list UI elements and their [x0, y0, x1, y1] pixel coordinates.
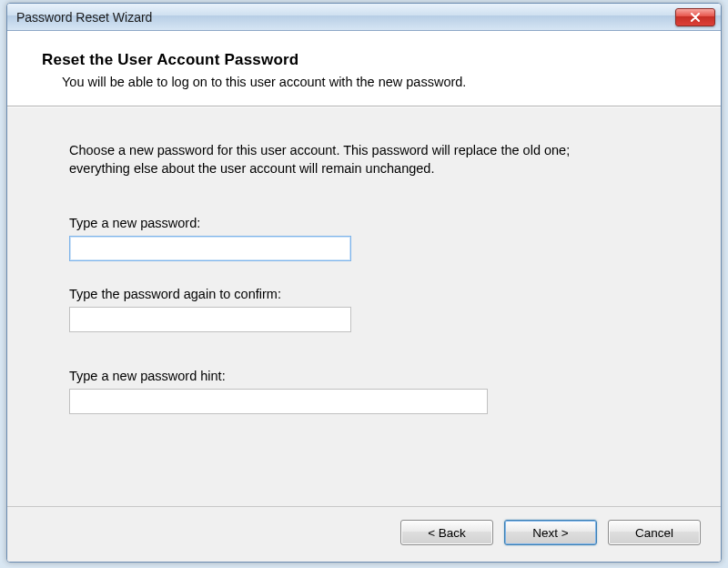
header-panel: Reset the User Account Password You will…	[7, 31, 721, 106]
footer-panel: < Back Next > Cancel	[7, 506, 721, 562]
instruction-text: Choose a new password for this user acco…	[69, 142, 579, 178]
hint-label: Type a new password hint:	[69, 369, 666, 383]
confirm-password-group: Type the password again to confirm:	[69, 287, 666, 332]
close-icon	[690, 9, 701, 25]
page-heading: Reset the User Account Password	[42, 51, 693, 69]
wizard-window: Password Reset Wizard Reset the User Acc…	[6, 3, 722, 563]
window-title: Password Reset Wizard	[16, 10, 152, 25]
next-button[interactable]: Next >	[504, 520, 597, 545]
titlebar: Password Reset Wizard	[7, 4, 721, 31]
confirm-password-input[interactable]	[69, 307, 351, 332]
hint-input[interactable]	[69, 389, 488, 414]
hint-group: Type a new password hint:	[69, 369, 666, 414]
confirm-password-label: Type the password again to confirm:	[69, 287, 666, 301]
new-password-group: Type a new password:	[69, 216, 666, 261]
cancel-button[interactable]: Cancel	[608, 520, 701, 545]
close-button[interactable]	[675, 8, 715, 26]
page-subheading: You will be able to log on to this user …	[62, 75, 693, 89]
body-panel: Choose a new password for this user acco…	[7, 106, 721, 506]
new-password-input[interactable]	[69, 236, 351, 261]
back-button[interactable]: < Back	[400, 520, 493, 545]
new-password-label: Type a new password:	[69, 216, 666, 230]
